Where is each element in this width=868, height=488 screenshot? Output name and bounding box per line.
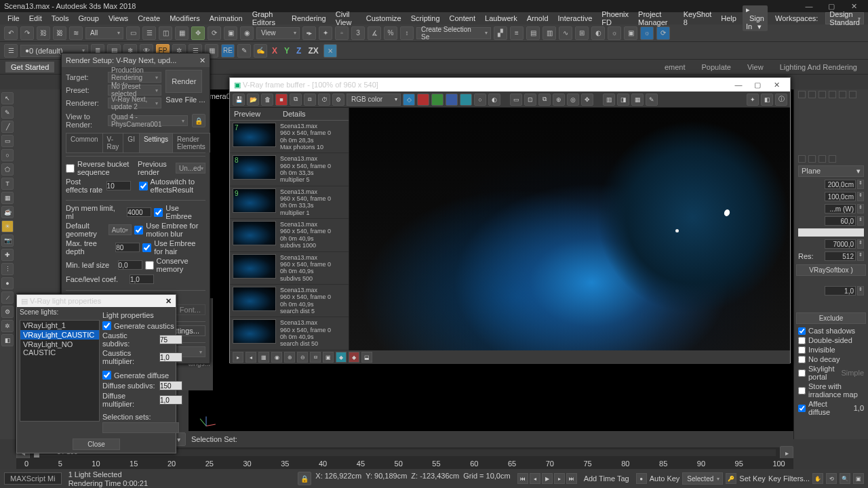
width-input[interactable] <box>825 192 856 201</box>
camera-icon[interactable]: 📷 <box>1 235 14 247</box>
sign-in-button[interactable]: ▸ Sign In ▾ <box>743 5 768 31</box>
select-icon[interactable]: ▭ <box>126 26 140 40</box>
create-tab-icon[interactable] <box>798 91 806 98</box>
vfb-cc-icon[interactable]: ✎ <box>646 94 658 106</box>
vfb-clone-icon[interactable]: ⧈ <box>304 94 316 106</box>
curve-editor-icon[interactable]: ∿ <box>559 26 572 40</box>
lock-view-icon[interactable]: 🔒 <box>192 114 205 127</box>
goto-start-icon[interactable]: ⏮ <box>517 473 528 484</box>
menu-laubwerk[interactable]: Laubwerk <box>481 14 521 22</box>
ribbon-tab-lighting[interactable]: Lighting And Rendering <box>774 62 863 73</box>
history-item[interactable]: Scena13.max960 x 540, frame 00h 0m 40,9s… <box>230 252 349 285</box>
spinner-icon[interactable]: ⇕ <box>857 286 864 296</box>
preset-dropdown[interactable]: No preset selected <box>108 85 161 96</box>
scene-lights-list[interactable]: VRayLight_1 VRayLight_CAUSTIC VRayLight_… <box>20 320 100 422</box>
re-icon[interactable]: RE <box>221 44 235 58</box>
multiplier-input[interactable] <box>825 286 856 296</box>
move-icon[interactable]: ✥ <box>191 26 205 40</box>
maxscript-listener[interactable]: MAXScript Mi <box>4 472 62 485</box>
prev-render-dropdown[interactable]: Un...ed <box>176 163 205 174</box>
vfb-compare-icon[interactable]: ▥ <box>603 94 615 106</box>
menu-animation[interactable]: Animation <box>206 14 246 22</box>
embree-motion-blur-checkbox[interactable] <box>134 226 143 235</box>
light-type-dropdown[interactable]: Plane▾ <box>798 165 864 177</box>
vfb-load-icon[interactable]: 📂 <box>247 94 259 106</box>
vfb-save-icon[interactable]: 💾 <box>233 94 245 106</box>
window-crossing-icon[interactable]: ▦ <box>175 26 189 40</box>
tab-vray[interactable]: V-Ray <box>102 133 124 152</box>
vfb-b-icon[interactable] <box>446 94 458 106</box>
vfb-bot-11-icon[interactable]: ⬓ <box>361 352 372 363</box>
menu-tools[interactable]: Tools <box>48 14 73 22</box>
menu-keyshot[interactable]: KeyShot 8 <box>680 10 715 26</box>
setkey-button[interactable]: Set Key <box>739 474 766 483</box>
vfb-bot-5-icon[interactable]: ⊕ <box>284 352 295 363</box>
post-effects-rate-input[interactable] <box>106 181 131 190</box>
space-icon[interactable]: ⋮ <box>1 263 14 275</box>
ref-coord-dropdown[interactable]: View <box>256 27 300 39</box>
history-item[interactable]: 9Scena13.max960 x 540, frame 00h 0m 33,3… <box>230 186 349 219</box>
bind-icon[interactable]: ≋ <box>69 26 83 40</box>
skylight-portal-checkbox[interactable] <box>798 369 806 377</box>
menu-file[interactable]: File <box>4 14 23 22</box>
gear-icon[interactable]: ✲ <box>1 320 14 332</box>
use-embree-checkbox[interactable] <box>154 208 163 217</box>
renderer-dropdown[interactable]: V-Ray Next, update 2 <box>108 98 161 108</box>
prev-frame-icon[interactable]: ◂ <box>530 473 540 484</box>
key-target-dropdown[interactable]: Selected <box>682 472 723 485</box>
vfb-bot-7-icon[interactable]: ⧈ <box>310 352 321 363</box>
length-input[interactable] <box>825 180 856 189</box>
menu-help[interactable]: Help <box>717 14 740 22</box>
arrow-icon[interactable]: ↖ <box>1 92 14 104</box>
light-icon[interactable]: ☀ <box>1 220 14 232</box>
render-frame-icon[interactable]: ▣ <box>624 26 637 40</box>
display-tab-icon[interactable] <box>839 91 846 98</box>
bone-icon[interactable]: ⟋ <box>1 291 14 304</box>
resolution-input[interactable] <box>825 251 856 261</box>
spinner-icon[interactable]: ⇕ <box>857 216 864 226</box>
vfb-channel-dropdown[interactable]: RGB color <box>347 94 401 106</box>
face-level-coef-input[interactable] <box>130 274 154 284</box>
menu-projectmanager[interactable]: Project Manager <box>635 10 677 26</box>
ribbon-tab-getstarted[interactable]: Get Started <box>5 62 54 73</box>
tab-common[interactable]: Common <box>66 133 103 152</box>
poly-icon[interactable]: ⬠ <box>1 163 14 176</box>
menu-customize[interactable]: Customize <box>363 14 405 22</box>
affect-diffuse-checkbox[interactable] <box>798 405 806 412</box>
mirror-icon[interactable]: ▞ <box>494 26 507 40</box>
layers-icon[interactable]: ▤ <box>526 26 540 40</box>
scale-icon[interactable]: ▣ <box>224 26 237 40</box>
vfb-ab-icon[interactable]: ◨ <box>617 94 629 106</box>
lock-selection-icon[interactable]: 🔒 <box>298 472 311 485</box>
menu-content[interactable]: Content <box>446 14 479 22</box>
vfb-r-icon[interactable] <box>417 94 429 106</box>
texture-map-button[interactable]: VRaySoftbox ) <box>796 264 866 276</box>
menu-modifiers[interactable]: Modifiers <box>166 14 203 22</box>
motion-tab-icon[interactable] <box>829 91 836 98</box>
nav-orbit-icon[interactable]: ⟲ <box>826 473 837 484</box>
vfb-move-icon[interactable]: ✥ <box>581 94 593 106</box>
render-setup-close-icon[interactable]: ✕ <box>199 56 205 65</box>
axis-zx-button[interactable]: ZX <box>306 46 320 56</box>
named-selection-dropdown[interactable]: Create Selection Se <box>416 27 491 39</box>
no-decay-checkbox[interactable] <box>798 356 806 363</box>
type-dot-icon[interactable] <box>818 155 826 163</box>
vfb-switch-icon[interactable]: ◐ <box>488 94 500 106</box>
line-icon[interactable]: ╱ <box>1 121 14 133</box>
nav-zoom-icon[interactable]: 🔍 <box>840 473 850 484</box>
vfb-region-icon[interactable]: ▭ <box>510 94 522 106</box>
selection-sets-dropdown[interactable] <box>102 422 179 433</box>
vfb-bot-8-icon[interactable]: ▣ <box>323 352 334 363</box>
default-geometry-dropdown[interactable]: Auto <box>108 224 132 235</box>
diffuse-multiplier-input[interactable] <box>159 395 182 405</box>
history-item[interactable]: 7Scena13.max960 x 540, frame 00h 0m 28,3… <box>230 121 349 153</box>
wand-icon[interactable]: ✎ <box>237 44 251 58</box>
vfb-bot-3-icon[interactable]: ▦ <box>258 352 269 363</box>
menu-group[interactable]: Group <box>75 14 102 22</box>
vfb-pick-icon[interactable]: ⊕ <box>553 94 565 106</box>
temperature-input[interactable] <box>825 239 856 249</box>
type-dot-icon[interactable] <box>798 155 806 163</box>
light-props-close-icon[interactable]: ✕ <box>165 297 172 306</box>
brush-icon[interactable]: ✎ <box>1 106 14 119</box>
vfb-bot-6-icon[interactable]: ⊖ <box>297 352 308 363</box>
